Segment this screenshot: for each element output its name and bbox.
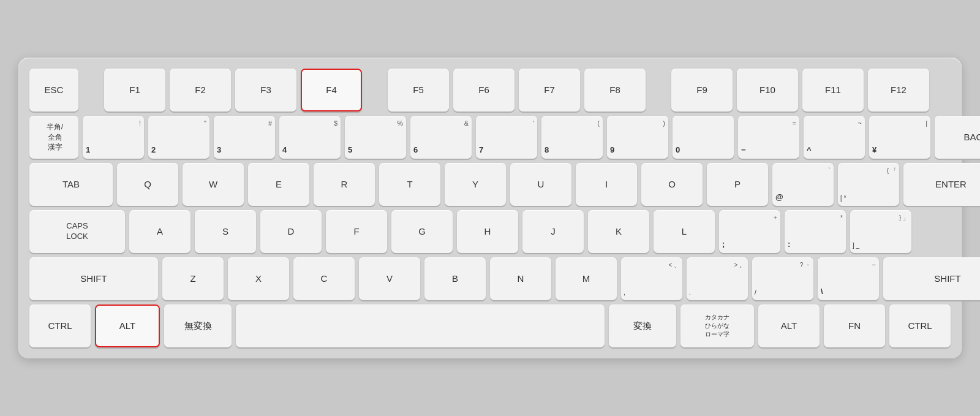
key-yen[interactable]: | ¥	[869, 116, 930, 159]
key-comma[interactable]: < 、 ,	[621, 257, 682, 300]
key-period[interactable]: > 。 .	[687, 257, 748, 300]
key-backslash[interactable]: − \	[818, 257, 879, 300]
key-q[interactable]: Q	[117, 163, 178, 206]
key-x[interactable]: X	[228, 257, 289, 300]
key-bracket-close[interactable]: } 」 ] _	[850, 210, 911, 253]
key-tab[interactable]: TAB	[29, 163, 113, 206]
key-v[interactable]: V	[359, 257, 420, 300]
gap	[83, 69, 100, 112]
key-semicolon[interactable]: + ;	[719, 210, 780, 253]
key-f3[interactable]: F3	[235, 69, 296, 112]
key-ctrl-right[interactable]: CTRL	[889, 304, 951, 347]
key-hankaku[interactable]: 半角/全角漢字	[29, 116, 78, 159]
key-f12[interactable]: F12	[868, 69, 929, 112]
key-f10[interactable]: F10	[737, 69, 798, 112]
key-1[interactable]: ! 1	[83, 116, 144, 159]
key-a[interactable]: A	[129, 210, 190, 253]
key-f11[interactable]: F11	[802, 69, 864, 112]
key-alt-left[interactable]: ALT	[95, 304, 160, 347]
key-bracket-open[interactable]: { 「 [ °	[838, 163, 899, 206]
key-s[interactable]: S	[195, 210, 256, 253]
key-f7[interactable]: F7	[519, 69, 580, 112]
key-b[interactable]: B	[424, 257, 486, 300]
key-backspace[interactable]: BACK	[935, 116, 980, 159]
key-m[interactable]: M	[556, 257, 617, 300]
key-f6[interactable]: F6	[453, 69, 514, 112]
key-enter[interactable]: ENTER	[903, 163, 980, 206]
key-f2[interactable]: F2	[170, 69, 231, 112]
key-slash[interactable]: ? ・ /	[752, 257, 813, 300]
key-y[interactable]: Y	[445, 163, 506, 206]
key-h[interactable]: H	[457, 210, 518, 253]
key-caps-lock[interactable]: CAPSLOCK	[29, 210, 125, 253]
key-f1[interactable]: F1	[104, 69, 165, 112]
key-g[interactable]: G	[391, 210, 453, 253]
key-j[interactable]: J	[522, 210, 584, 253]
key-u[interactable]: U	[510, 163, 571, 206]
key-space[interactable]	[236, 304, 605, 347]
number-row: 半角/全角漢字 ! 1 " 2 # 3 $ 4 % 5 & 6 ' 7	[29, 116, 951, 159]
bottom-row: CTRL ALT 無変換 変換 カタカナひらがなローマ字 ALT FN CTRL	[29, 304, 951, 347]
key-muhenkan[interactable]: 無変換	[164, 304, 232, 347]
key-o[interactable]: O	[641, 163, 703, 206]
key-i[interactable]: I	[576, 163, 637, 206]
key-f4[interactable]: F4	[301, 69, 362, 112]
key-4[interactable]: $ 4	[279, 116, 341, 159]
key-shift-left[interactable]: SHIFT	[29, 257, 158, 300]
key-shift-right[interactable]: SHIFT	[883, 257, 980, 300]
key-d[interactable]: D	[260, 210, 322, 253]
key-caret[interactable]: ~ ^	[804, 116, 865, 159]
key-henkan[interactable]: 変換	[609, 304, 676, 347]
key-l[interactable]: L	[654, 210, 715, 253]
key-2[interactable]: " 2	[148, 116, 209, 159]
key-at[interactable]: ` @	[772, 163, 834, 206]
key-r[interactable]: R	[314, 163, 375, 206]
key-f5[interactable]: F5	[388, 69, 449, 112]
key-z[interactable]: Z	[162, 257, 224, 300]
key-fn[interactable]: FN	[824, 304, 885, 347]
key-katakana[interactable]: カタカナひらがなローマ字	[680, 304, 754, 347]
key-t[interactable]: T	[379, 163, 440, 206]
key-6[interactable]: & 6	[410, 116, 472, 159]
key-9[interactable]: ) 9	[607, 116, 668, 159]
key-c[interactable]: C	[293, 257, 355, 300]
key-esc[interactable]: ESC	[29, 69, 78, 112]
key-5[interactable]: % 5	[345, 116, 406, 159]
key-colon[interactable]: * :	[785, 210, 846, 253]
gap	[650, 69, 667, 112]
key-p[interactable]: P	[707, 163, 768, 206]
key-e[interactable]: E	[248, 163, 309, 206]
key-3[interactable]: # 3	[214, 116, 275, 159]
key-f[interactable]: F	[326, 210, 387, 253]
key-ctrl-left[interactable]: CTRL	[29, 304, 91, 347]
qwerty-row: TAB Q W E R T Y U I O P ` @ { 「 [ ° ENTE…	[29, 163, 951, 206]
key-n[interactable]: N	[490, 257, 551, 300]
key-8[interactable]: ( 8	[541, 116, 603, 159]
key-w[interactable]: W	[183, 163, 244, 206]
gap	[366, 69, 383, 112]
key-7[interactable]: ' 7	[476, 116, 537, 159]
key-0[interactable]: 0	[673, 116, 734, 159]
key-k[interactable]: K	[588, 210, 649, 253]
key-alt-right[interactable]: ALT	[758, 304, 820, 347]
key-f8[interactable]: F8	[584, 69, 646, 112]
key-minus[interactable]: = −	[738, 116, 799, 159]
fn-row: ESC F1 F2 F3 F4 F5 F6 F7 F8 F9 F10 F11 F…	[29, 69, 951, 112]
zxcv-row: SHIFT Z X C V B N M < 、 , > 。 . ? ・ / − …	[29, 257, 951, 300]
key-f9[interactable]: F9	[671, 69, 733, 112]
keyboard: ESC F1 F2 F3 F4 F5 F6 F7 F8 F9 F10 F11 F…	[18, 58, 962, 358]
asdf-row: CAPSLOCK A S D F G H J K L + ; * : } 」 ]…	[29, 210, 951, 253]
